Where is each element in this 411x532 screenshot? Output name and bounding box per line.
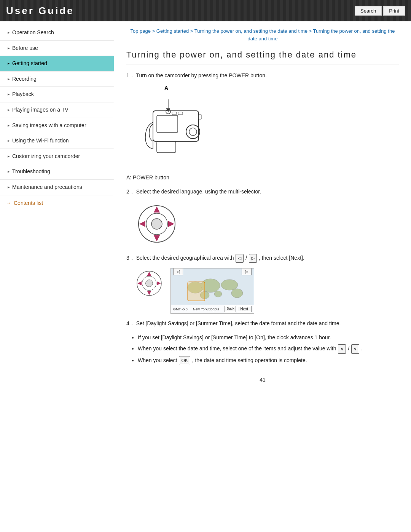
geo-screen: ◁ ▷	[170, 268, 254, 314]
world-map-svg	[176, 274, 249, 305]
arrow-icon: ▸	[8, 30, 10, 35]
sidebar-item-before-use[interactable]: ▸ Before use	[0, 41, 114, 56]
main-content: Top page > Getting started > Turning the…	[114, 21, 411, 398]
arrow-icon: ▸	[8, 91, 10, 97]
svg-marker-22	[137, 281, 142, 286]
svg-marker-21	[147, 291, 151, 295]
svg-rect-8	[178, 112, 183, 115]
svg-rect-7	[172, 112, 177, 115]
geo-map-area: ◁ ▷	[171, 268, 254, 305]
arrow-icon: ▸	[8, 153, 10, 159]
up-btn: ∧	[338, 344, 346, 353]
sidebar-item-operation-search[interactable]: ▸ Operation Search	[0, 25, 114, 41]
camcorder-svg	[134, 92, 210, 168]
geo-action-btns: Back Next	[225, 306, 252, 312]
gmt-label: GMT -5.0	[173, 307, 188, 311]
geo-nav-row: ◁ ▷	[171, 268, 254, 275]
arrow-icon: ▸	[8, 138, 10, 144]
print-button[interactable]: Print	[383, 6, 405, 16]
layout: ▸ Operation Search ▸ Before use ▸ Gettin…	[0, 21, 411, 398]
svg-rect-9	[199, 115, 202, 119]
multiselector-svg	[134, 201, 180, 247]
search-button[interactable]: Search	[355, 6, 382, 16]
svg-rect-4	[157, 115, 178, 133]
svg-point-26	[221, 280, 238, 290]
svg-point-29	[214, 291, 222, 297]
page-title: Turning the power on, and setting the da…	[126, 49, 399, 61]
sidebar-item-recording[interactable]: ▸ Recording	[0, 72, 114, 87]
sidebar-item-troubleshooting[interactable]: ▸ Troubleshooting	[0, 164, 114, 180]
svg-rect-30	[188, 282, 205, 301]
left-btn: ◁	[236, 254, 244, 263]
label-a: A	[164, 85, 168, 91]
contents-list-link[interactable]: → Contents list	[0, 195, 114, 211]
sidebar-item-wifi[interactable]: ▸ Using the Wi-Fi function	[0, 133, 114, 149]
down-btn: ∨	[351, 344, 359, 353]
svg-point-12	[151, 219, 162, 229]
svg-marker-13	[154, 206, 160, 212]
step-2: 2． Select the desired language, using th…	[126, 187, 399, 196]
svg-marker-23	[157, 281, 161, 286]
geo-multiselector-svg	[134, 268, 164, 299]
header-buttons: Search Print	[355, 6, 405, 16]
bullet-2: When you select the date and time, selec…	[138, 344, 399, 353]
arrow-right-icon: →	[6, 200, 11, 206]
camcorder-figure: A	[134, 85, 399, 168]
svg-point-19	[146, 280, 153, 287]
svg-marker-14	[154, 235, 160, 241]
step-4: 4． Set [Daylight Savings] or [Summer Tim…	[126, 319, 399, 328]
arrow-icon: ▸	[8, 76, 10, 82]
sidebar: ▸ Operation Search ▸ Before use ▸ Gettin…	[0, 21, 114, 398]
geo-back-btn[interactable]: Back	[225, 306, 236, 312]
header: User Guide Search Print	[0, 0, 411, 21]
sidebar-item-maintenance[interactable]: ▸ Maintenance and precautions	[0, 180, 114, 195]
geo-left-btn[interactable]: ◁	[173, 268, 183, 275]
arrow-icon: ▸	[8, 169, 10, 174]
svg-marker-15	[139, 221, 145, 227]
svg-marker-16	[168, 221, 174, 227]
geo-screen-inner: ◁ ▷	[171, 268, 254, 313]
caption-a: A: POWER button	[126, 173, 399, 182]
arrow-icon: ▸	[8, 45, 10, 51]
right-btn: ▷	[249, 254, 257, 263]
geo-bottom-bar: GMT -5.0 New York/Bogota Back Next	[171, 305, 254, 313]
bullet-3: When you select OK , the date and time s…	[138, 356, 399, 365]
arrow-icon: ▸	[8, 61, 10, 66]
geo-figure: ◁ ▷	[134, 268, 399, 314]
ok-btn: OK	[179, 356, 190, 365]
svg-marker-20	[147, 272, 151, 276]
svg-point-2	[186, 125, 200, 139]
sidebar-item-playback[interactable]: ▸ Playback	[0, 87, 114, 102]
sidebar-item-playing-images-tv[interactable]: ▸ Playing images on a TV	[0, 102, 114, 118]
app-title: User Guide	[6, 5, 74, 17]
svg-point-3	[189, 128, 197, 136]
arrow-icon: ▸	[8, 123, 10, 128]
sidebar-item-getting-started[interactable]: ▸ Getting started	[0, 56, 114, 72]
page-number: 41	[126, 377, 399, 383]
geo-next-btn[interactable]: Next	[237, 306, 252, 312]
svg-point-27	[231, 289, 243, 298]
geo-right-btn[interactable]: ▷	[242, 268, 252, 275]
multiselector-figure	[134, 201, 399, 248]
sidebar-item-customizing[interactable]: ▸ Customizing your camcorder	[0, 149, 114, 165]
city-label: New York/Bogota	[193, 307, 219, 311]
svg-rect-6	[157, 141, 176, 153]
sidebar-item-saving-images[interactable]: ▸ Saving images with a computer	[0, 118, 114, 134]
breadcrumb: Top page > Getting started > Turning the…	[126, 27, 399, 42]
bullet-list: If you set [Daylight Savings] or [Summer…	[138, 333, 399, 366]
step-1: 1． Turn on the camcorder by pressing the…	[126, 71, 399, 80]
arrow-icon: ▸	[8, 184, 10, 190]
arrow-icon: ▸	[8, 107, 10, 113]
camcorder-illustration: A	[134, 85, 210, 168]
bullet-1: If you set [Daylight Savings] or [Summer…	[138, 333, 399, 342]
step-3: 3． Select the desired geographical area …	[126, 254, 399, 263]
title-divider	[126, 64, 399, 64]
